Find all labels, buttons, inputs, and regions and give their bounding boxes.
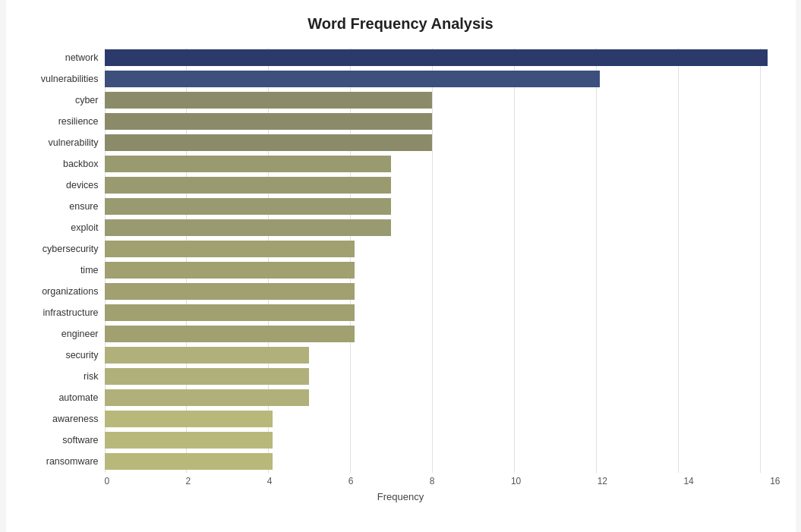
bar-row: backbox xyxy=(21,154,781,174)
bar-fill xyxy=(105,92,433,109)
x-tick-label: 10 xyxy=(511,476,521,486)
bar-row: software xyxy=(21,430,781,450)
x-tick-label: 14 xyxy=(683,476,693,486)
bar-row: ransomware xyxy=(21,452,781,471)
x-tick-label: 6 xyxy=(348,476,354,486)
bar-label: risk xyxy=(21,371,105,382)
bar-row: network xyxy=(21,48,781,68)
bar-track xyxy=(105,453,781,470)
bar-fill xyxy=(105,326,355,342)
bars-wrapper: networkvulnerabilitiescyberresiliencevul… xyxy=(21,48,781,473)
bar-track xyxy=(105,389,781,406)
bar-row: awareness xyxy=(21,409,781,429)
bar-fill xyxy=(105,283,355,300)
bar-label: devices xyxy=(21,180,105,190)
x-tick-label: 2 xyxy=(186,476,191,486)
bar-row: security xyxy=(21,345,781,365)
bar-label: vulnerabilities xyxy=(21,74,105,84)
bar-track xyxy=(105,219,781,236)
bar-row: ensure xyxy=(21,197,781,216)
bar-track xyxy=(105,113,781,130)
bar-row: cybersecurity xyxy=(21,239,781,259)
x-tick-label: 0 xyxy=(105,476,110,486)
bar-track xyxy=(105,326,781,342)
bar-row: resilience xyxy=(21,112,781,131)
x-axis-label: Frequency xyxy=(21,491,781,502)
bar-label: ensure xyxy=(21,201,105,212)
bar-row: vulnerabilities xyxy=(21,69,781,89)
bar-track xyxy=(105,71,781,87)
bar-track xyxy=(105,198,781,215)
bar-fill xyxy=(105,219,392,236)
bar-label: cyber xyxy=(21,95,105,105)
bar-track xyxy=(105,304,781,321)
bar-label: security xyxy=(21,350,105,360)
bar-track xyxy=(105,283,781,300)
bar-fill xyxy=(105,453,273,470)
bar-row: devices xyxy=(21,175,781,195)
bar-label: vulnerability xyxy=(21,137,105,148)
bar-label: automate xyxy=(21,392,105,403)
bar-fill xyxy=(105,304,355,321)
chart-container: Word Frequency Analysis networkvulnerabi… xyxy=(6,0,796,532)
bar-fill xyxy=(105,262,355,279)
bar-label: resilience xyxy=(21,116,105,127)
bar-track xyxy=(105,368,781,385)
bar-fill xyxy=(105,198,392,215)
bar-fill xyxy=(105,156,392,172)
bar-track xyxy=(105,432,781,449)
bar-row: organizations xyxy=(21,282,781,301)
bar-track xyxy=(105,262,781,279)
bar-fill xyxy=(105,113,433,130)
bar-row: vulnerability xyxy=(21,133,781,153)
bar-label: time xyxy=(21,265,105,275)
bar-row: time xyxy=(21,260,781,280)
bar-fill xyxy=(105,177,392,194)
bar-row: exploit xyxy=(21,218,781,238)
bar-fill xyxy=(105,411,273,427)
bar-label: network xyxy=(21,52,105,63)
bar-row: cyber xyxy=(21,90,781,110)
x-tick-label: 12 xyxy=(598,476,607,486)
bar-track xyxy=(105,177,781,194)
bar-track xyxy=(105,49,781,66)
bar-fill xyxy=(105,49,768,66)
bar-label: cybersecurity xyxy=(21,244,105,254)
bar-label: infrastructure xyxy=(21,307,105,318)
bar-fill xyxy=(105,347,310,364)
bar-row: engineer xyxy=(21,324,781,344)
bar-fill xyxy=(105,134,433,151)
bar-row: automate xyxy=(21,388,781,408)
bar-label: ransomware xyxy=(21,456,105,467)
bar-track xyxy=(105,134,781,151)
chart-inner: networkvulnerabilitiescyberresiliencevul… xyxy=(21,48,781,473)
bar-label: organizations xyxy=(21,286,105,297)
bar-fill xyxy=(105,241,355,257)
bar-row: risk xyxy=(21,367,781,386)
bar-track xyxy=(105,411,781,427)
bar-label: software xyxy=(21,435,105,445)
bar-fill xyxy=(105,432,273,449)
bar-row: infrastructure xyxy=(21,303,781,323)
bar-fill xyxy=(105,389,310,406)
bar-track xyxy=(105,156,781,172)
x-tick-label: 4 xyxy=(267,476,273,486)
x-ticks: 0246810121416 xyxy=(21,476,781,486)
bar-label: engineer xyxy=(21,329,105,339)
bar-track xyxy=(105,347,781,364)
bar-fill xyxy=(105,71,601,87)
bar-label: awareness xyxy=(21,414,105,424)
x-tick-label: 8 xyxy=(430,476,435,486)
bar-track xyxy=(105,241,781,257)
bar-label: exploit xyxy=(21,222,105,233)
bar-fill xyxy=(105,368,310,385)
bar-track xyxy=(105,92,781,109)
chart-title: Word Frequency Analysis xyxy=(21,15,781,33)
bar-label: backbox xyxy=(21,159,105,169)
x-tick-label: 16 xyxy=(770,476,780,486)
